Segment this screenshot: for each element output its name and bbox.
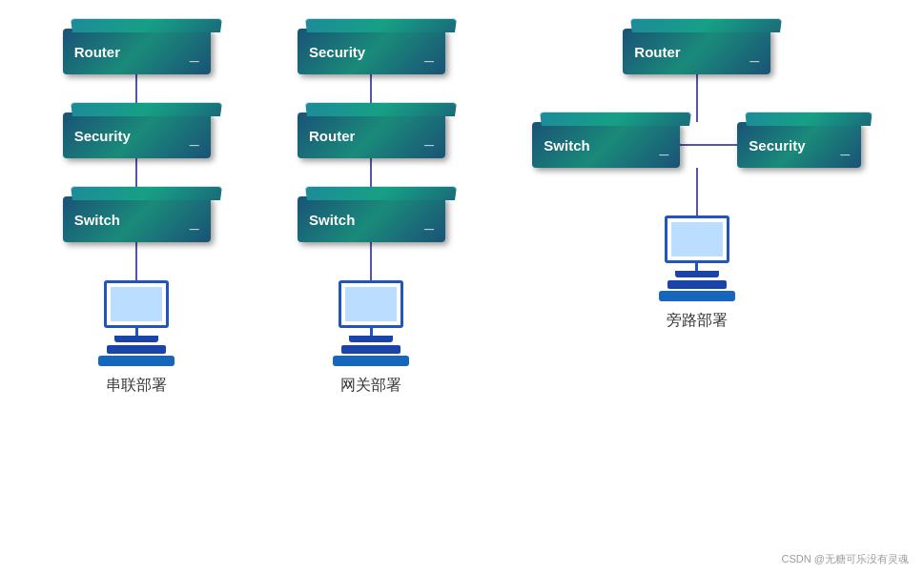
- router-label-1: Router: [74, 44, 120, 60]
- pc-base-1: [98, 356, 175, 366]
- main-container: Router Security Switch 串联部署 Security: [0, 0, 924, 534]
- pc-icon-2: [333, 280, 409, 366]
- pc-screen-inner-2: [345, 287, 397, 321]
- device-switch-1: Switch: [63, 196, 211, 242]
- device-router-1: Router: [63, 29, 211, 74]
- diagram-gateway: Security Router Switch 网关部署: [298, 29, 445, 396]
- pc-foot-1: [114, 336, 158, 342]
- caption-1: 串联部署: [106, 376, 167, 396]
- diagram-serial: Router Security Switch 串联部署: [63, 29, 211, 396]
- pc-screen-inner-3: [671, 222, 723, 256]
- device-security-2: Security: [298, 29, 445, 74]
- pc-screen-inner-1: [111, 287, 162, 321]
- pc-icon-3: [659, 215, 735, 301]
- pc-neck-3: [695, 263, 698, 271]
- caption-2: 网关部署: [340, 376, 401, 396]
- h-connector: [680, 144, 737, 146]
- pc-foot-3: [675, 271, 719, 277]
- switch-label-3: Switch: [544, 137, 589, 154]
- device-switch-3: Switch: [532, 122, 680, 168]
- device-router-3: Router: [623, 29, 770, 74]
- switch-label-1: Switch: [74, 212, 120, 228]
- pc-foot-2: [349, 336, 393, 342]
- device-router-2: Router: [298, 113, 445, 158]
- device-security-3: Security: [737, 122, 861, 168]
- pc-base-3: [659, 291, 735, 301]
- diagram-bypass: Router Switch Security: [532, 29, 861, 331]
- connector-3: [135, 242, 137, 280]
- security-label-3: Security: [749, 137, 805, 154]
- pc-keyboard-2: [341, 345, 400, 354]
- security-label-1: Security: [74, 128, 131, 144]
- caption-3: 旁路部署: [667, 311, 728, 331]
- pc-screen-1: [104, 280, 169, 328]
- pc-keyboard-1: [107, 345, 166, 354]
- pc-neck-1: [135, 328, 138, 336]
- pc-screen-3: [665, 215, 729, 263]
- security-label-2: Security: [309, 44, 365, 60]
- connector-8: [696, 168, 698, 215]
- connector-6: [370, 242, 372, 280]
- watermark: CSDN @无糖可乐没有灵魂: [782, 552, 909, 566]
- switch-label-2: Switch: [309, 212, 355, 228]
- pc-base-2: [333, 356, 409, 366]
- pc-neck-2: [370, 328, 373, 336]
- connector-7: [696, 74, 698, 122]
- device-security-1: Security: [63, 113, 211, 158]
- bypass-middle: Switch Security: [532, 122, 861, 168]
- pc-icon-1: [98, 280, 175, 366]
- router-label-2: Router: [309, 128, 355, 144]
- device-switch-2: Switch: [298, 196, 445, 242]
- pc-screen-2: [339, 280, 403, 328]
- router-label-3: Router: [634, 44, 680, 60]
- pc-keyboard-3: [667, 280, 727, 289]
